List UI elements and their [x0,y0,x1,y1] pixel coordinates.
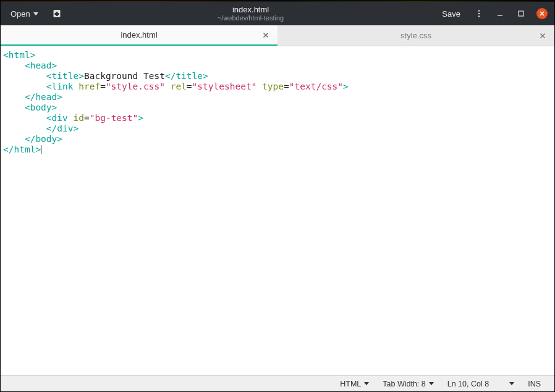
svg-rect-6 [498,15,502,16]
code-token: < [25,102,30,112]
code-token: > [30,50,36,60]
editor-line: </html> [3,144,552,155]
code-token: < [46,113,52,123]
headerbar-right: Save [436,5,551,22]
document-path: ~/webdev/html-testing [69,14,433,22]
code-token: > [52,60,57,70]
editor-line: </head> [3,92,552,102]
insert-mode-label: INS [528,380,541,388]
language-label: HTML [340,380,361,388]
code-token: title [52,71,79,81]
app-window: Open index.html ~/webdev/html-testing Sa… [0,0,555,392]
code-token [3,134,25,144]
code-token [3,113,46,123]
svg-point-3 [478,10,480,12]
editor-line: <title>Background Test</title> [3,71,552,81]
code-token [3,92,25,102]
code-token [3,81,46,91]
code-token: = [187,81,192,91]
tab-close-button[interactable] [540,33,546,39]
svg-rect-7 [519,11,523,16]
chevron-down-icon [509,382,514,385]
close-icon [263,32,269,38]
code-token [165,81,171,91]
code-token: > [57,92,62,102]
code-token [3,60,25,70]
open-button[interactable]: Open [4,7,44,21]
code-token: > [52,102,57,112]
code-token [3,123,46,133]
insert-mode-indicator[interactable]: INS [528,380,541,388]
tab-width-label: Tab Width: 8 [383,380,425,388]
code-token: Background Test [84,71,165,81]
editor-line: <body> [3,102,552,113]
code-token: html [9,50,30,60]
headerbar-center: index.html ~/webdev/html-testing [69,6,433,22]
editor-line: </body> [3,134,552,144]
code-token: > [57,134,62,144]
svg-rect-2 [54,13,59,15]
code-token: = [100,81,106,91]
minimize-icon [496,10,504,17]
statusbar: HTML Tab Width: 8 Ln 10, Col 8 INS [1,375,554,391]
code-token: </ [25,134,35,144]
code-token: > [78,71,84,81]
code-token: "stylesheet" [192,81,257,91]
code-token: > [138,113,143,123]
editor-area[interactable]: <html> <head> <title>Background Test</ti… [1,46,554,375]
editor-line: <html> [3,50,552,60]
code-token [3,102,25,112]
headerbar-left: Open [4,5,66,22]
code-token: id [74,113,84,123]
code-token: div [52,113,68,123]
chevron-down-icon [364,382,369,385]
code-token: < [25,60,30,70]
tab-style-css[interactable]: style.css [278,25,554,46]
code-token: type [262,81,284,91]
maximize-icon [517,10,525,17]
window-close-button[interactable] [533,5,551,22]
save-button[interactable]: Save [436,7,467,21]
editor-line: <head> [3,60,552,71]
code-token: "bg-test" [90,113,138,123]
cursor-position-selector[interactable]: Ln 10, Col 8 [447,380,514,388]
code-token [3,71,46,81]
chevron-down-icon [33,12,38,15]
code-token: href [78,81,100,91]
code-token: > [343,81,349,91]
editor-line: <div id="bg-test"> [3,113,552,123]
code-token: < [3,50,9,60]
tab-index-html[interactable]: index.html [1,25,278,46]
editor-line: </div> [3,123,552,134]
code-token: body [30,102,52,112]
tab-width-selector[interactable]: Tab Width: 8 [383,380,433,388]
code-token: rel [171,81,187,91]
code-token: > [74,123,79,133]
code-token [68,113,74,123]
editor-line: <link href="style.css" rel="stylesheet" … [3,81,552,92]
window-maximize-button[interactable] [512,5,530,22]
code-token [41,145,41,154]
svg-point-4 [478,13,480,15]
code-token: = [84,113,90,123]
headerbar: Open index.html ~/webdev/html-testing Sa… [1,2,554,25]
tab-close-button[interactable] [263,32,269,38]
new-tab-button[interactable] [48,5,66,22]
code-token: div [57,123,73,133]
code-token: </ [25,92,35,102]
code-token [256,81,262,91]
svg-point-5 [478,15,480,17]
tab-label: style.css [400,31,431,40]
code-token: body [35,134,57,144]
code-token: "style.css" [106,81,165,91]
code-token: link [52,81,74,91]
new-document-icon [52,9,62,19]
code-token: </ [3,144,14,154]
window-minimize-button[interactable] [491,5,509,22]
code-token: > [35,144,41,154]
language-selector[interactable]: HTML [340,380,369,388]
cursor-position-label: Ln 10, Col 8 [447,380,489,388]
code-token: title [176,71,203,81]
hamburger-menu-button[interactable] [470,5,488,22]
code-token: html [14,144,35,154]
